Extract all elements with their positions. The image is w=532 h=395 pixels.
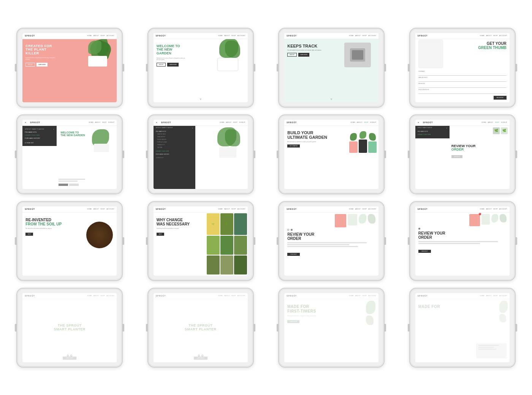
- learn-more-btn-15[interactable]: LEARN MORE: [287, 320, 299, 323]
- nav-links-7: HOME ABOUT SHOP SIGNUP: [351, 122, 376, 123]
- menu-review-8: SPROÚT SMART PLANTER ∨ PRE-MADE KITS CRE…: [415, 126, 450, 138]
- nav-links-11: HOME ABOUT SHOP ACCOUNT: [349, 208, 376, 210]
- get-started-btn[interactable]: GET STARTED: [287, 144, 300, 148]
- form-fields: USERNAME EMAIL ADDRESS PASSWORD: [418, 71, 507, 94]
- product-illustration-3: [344, 43, 375, 71]
- checkout-btn-12[interactable]: CHECKOUT: [418, 250, 431, 253]
- menu-header-6: SPROÚT SMART PLANTER ∨: [154, 126, 195, 130]
- made-for-headline-16: MADE FOR: [418, 305, 440, 309]
- learn-more-btn-14[interactable]: LEARN MORE: [194, 357, 207, 360]
- checkout-btn-8[interactable]: CHECKOUT: [451, 155, 462, 158]
- headline-3: KEEPS TRACK: [287, 44, 325, 48]
- menu-starter[interactable]: STARTER PACK: [154, 133, 195, 136]
- logo-7: SPROÚT: [287, 121, 297, 124]
- nav-shop: SHOP: [101, 35, 105, 36]
- logo-2: SPROÚT: [156, 35, 166, 37]
- nav-links-12: HOME ABOUT SHOP ACCOUNT: [480, 208, 507, 210]
- tablet-frame-6: ✕ SPROÚT HOME ABOUT SHOP SIGNUP SPROÚT S…: [147, 114, 254, 194]
- herb-thumbs-8: 🌿 🌿: [493, 127, 508, 134]
- close-icon-6[interactable]: ✕: [156, 121, 157, 124]
- subtext-3: Our wifi enabled sensors monitors soil n…: [287, 49, 325, 51]
- menu-item-purchase[interactable]: PURCHASE HISTORY: [22, 137, 57, 140]
- herbs-16: [499, 301, 508, 322]
- screen-review-2: SPROÚT HOME ABOUT SHOP ACCOUNT ✕: [415, 206, 510, 276]
- menu-premade[interactable]: PRE-MADE KITS: [154, 130, 195, 133]
- tablet-3: SPROÚT HOME ABOUT SHOP ACCOUNT KEEPS TRA…: [269, 28, 394, 108]
- bottom-card-16: [476, 343, 507, 359]
- next-btn-9[interactable]: NEXT: [25, 233, 33, 236]
- tablet-frame-2: SPROÚT HOME ABOUT SHOP ACCOUNT WELCOME T…: [147, 28, 254, 108]
- reinvented-headline: RE-INVENTED FROM THE SOIL UP: [25, 218, 62, 226]
- tablet-frame-13: SPROÚT HOME ABOUT SHOP ACCOUNT THE SPROÚ…: [16, 288, 123, 368]
- product-bags: 🌱 🌿: [206, 213, 248, 275]
- menu-signout[interactable]: ⊙ SIGN OUT: [154, 156, 195, 160]
- logo-16: SPROÚT: [418, 295, 428, 297]
- headline-1: CREATED FOR THE PLANT KILLER: [25, 44, 60, 56]
- nav-bar-10: SPROÚT HOME ABOUT SHOP ACCOUNT: [154, 206, 248, 213]
- planter-black-7: [359, 131, 367, 153]
- logo-5: SPROÚT: [30, 121, 40, 124]
- menu-create[interactable]: CREATE YOUR OWN: [154, 150, 195, 153]
- learnmore-btn-3[interactable]: LEARN MORE: [298, 53, 310, 57]
- register-btn[interactable]: REGISTER: [494, 96, 507, 100]
- menu-purple-flower[interactable]: PURPLE FLOWER: [154, 141, 195, 144]
- tablet-screen-14: SPROÚT HOME ABOUT SHOP ACCOUNT THE SPROÚ…: [154, 293, 248, 362]
- planter-pink-7: [349, 133, 358, 153]
- menu-purchase[interactable]: PURCHASE HISTORY: [154, 153, 195, 156]
- carousel-dots-12: [415, 228, 510, 231]
- made-for-content-16: MADE FOR: [418, 305, 440, 309]
- learnmore-btn-2[interactable]: LEARN MORE: [167, 63, 179, 67]
- tablet-screen-3: SPROÚT HOME ABOUT SHOP ACCOUNT KEEPS TRA…: [284, 33, 378, 102]
- planters-7: [349, 131, 377, 153]
- sprout-btn-13: LEARN MORE: [63, 353, 76, 360]
- tablet-screen-7: SPROÚT HOME ABOUT SHOP SIGNUP BUILD YOUR…: [284, 120, 378, 189]
- signup-btn-1[interactable]: SIGN UP: [25, 63, 35, 67]
- tablet-screen-10: SPROÚT HOME ABOUT SHOP ACCOUNT WHY CHANG…: [154, 206, 248, 276]
- tablet-frame-12: SPROÚT HOME ABOUT SHOP ACCOUNT ✕: [409, 201, 516, 281]
- full-menu-6: SPROÚT SMART PLANTER ∨ PRE-MADE KITS STA…: [154, 126, 195, 189]
- menu-create-8[interactable]: CREATE YOUR OWN: [415, 133, 450, 136]
- buttons-3: SIGN UP LEARN MORE: [287, 53, 325, 57]
- tablet-7: SPROÚT HOME ABOUT SHOP SIGNUP BUILD YOUR…: [269, 114, 394, 194]
- menu-item-premade[interactable]: PRE-MADE KITS: [22, 131, 57, 134]
- screen-hero-white: SPROÚT HOME ABOUT SHOP ACCOUNT WELCOME T…: [154, 33, 248, 102]
- close-icon-8[interactable]: ✕: [418, 121, 419, 124]
- review-content-8: REVIEW YOUR ORDER CHECKOUT: [451, 144, 508, 159]
- subtext-2: Starting from the soil up, Sproút is des…: [157, 57, 187, 60]
- learnmore-btn-1[interactable]: LEARN MORE: [36, 63, 48, 67]
- menu-dead-winter[interactable]: DEAD WINTER: [154, 136, 195, 138]
- build-content: BUILD YOUR ULTIMATE GARDEN Mix and match…: [287, 128, 327, 148]
- tablet-screen-6: ✕ SPROÚT HOME ABOUT SHOP SIGNUP SPROÚT S…: [154, 120, 248, 189]
- nav-links-16: HOME ABOUT SHOP ACCOUNT: [480, 295, 507, 297]
- tablet-frame-11: SPROÚT HOME ABOUT SHOP ACCOUNT: [278, 201, 385, 281]
- tablet-15: SPROÚT HOME ABOUT SHOP ACCOUNT MADE FOR …: [269, 288, 394, 368]
- menu-tranquility[interactable]: TRANQUILITY: [154, 144, 195, 146]
- screen-why-change: SPROÚT HOME ABOUT SHOP ACCOUNT WHY CHANG…: [154, 206, 248, 276]
- menu-fresh-greens[interactable]: FRESH GREENS: [154, 138, 195, 141]
- close-icon-5[interactable]: ✕: [25, 121, 26, 124]
- menu-item-create[interactable]: CREATE YOUR OWN: [22, 134, 57, 137]
- menu-premade-8[interactable]: PRE-MADE KITS: [415, 130, 450, 133]
- logo-15: SPROÚT: [287, 295, 297, 297]
- planter-illustration-2: [214, 39, 244, 73]
- nav-bar-1: SPROÚT HOME ABOUT SHOP ACCOUNT: [22, 33, 117, 39]
- tablet-frame-9: SPROÚT HOME ABOUT SHOP ACCOUNT RE-INVENT…: [16, 201, 123, 281]
- next-btn-10[interactable]: NEXT: [157, 233, 164, 236]
- nav-bar-2: SPROÚT HOME ABOUT SHOP ACCOUNT: [154, 33, 248, 39]
- learn-more-btn-13[interactable]: LEARN MORE: [63, 357, 76, 360]
- signup-btn-2[interactable]: SIGN UP: [157, 63, 166, 67]
- nav-links-9: HOME ABOUT SHOP ACCOUNT: [87, 208, 114, 210]
- nav-links-13: HOME ABOUT SHOP ACCOUNT: [87, 295, 114, 297]
- bg-content-5: WELCOME TOTHE NEW GARDEN: [59, 129, 115, 139]
- planter-pink-12: ✕: [469, 214, 480, 226]
- tablet-screen-5: ✕ SPROÚT HOME ABOUT SHOP SIGNUP SPROÚT S…: [22, 120, 117, 189]
- signup-btn-3[interactable]: SIGN UP: [287, 53, 296, 57]
- checkout-btn-11[interactable]: CHECKOUT: [287, 253, 300, 256]
- nav-bar-4: SPROÚT HOME ABOUT SHOP ACCOUNT: [415, 33, 510, 39]
- herb-1-12: [491, 214, 498, 222]
- screen-reinvented: SPROÚT HOME ABOUT SHOP ACCOUNT RE-INVENT…: [22, 206, 117, 276]
- planter-pink-11: [335, 214, 346, 227]
- menu-tea-time[interactable]: TEA TIME: [154, 146, 195, 149]
- tablet-12: SPROÚT HOME ABOUT SHOP ACCOUNT ✕: [401, 201, 525, 281]
- menu-item-signout[interactable]: ⊙ SIGN OUT: [22, 141, 57, 144]
